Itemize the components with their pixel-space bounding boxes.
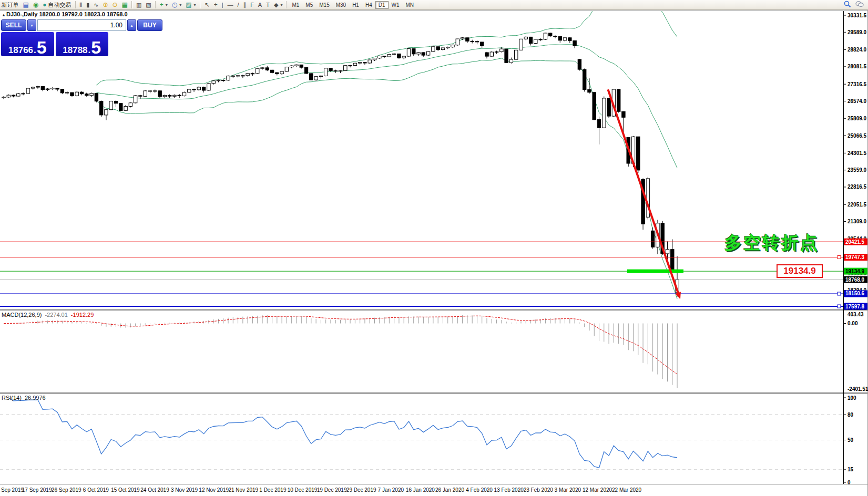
shapes-icon: ◆ <box>274 2 278 8</box>
candle <box>544 33 547 39</box>
crosshair-tool-button[interactable]: + <box>212 1 220 9</box>
timeframe-button-h4[interactable]: H4 <box>362 1 375 9</box>
candle <box>568 38 571 41</box>
sell-price-display[interactable]: 18766.5 <box>1 32 54 56</box>
zoom-in-button[interactable]: ⊕ <box>100 1 110 9</box>
candle <box>549 33 552 36</box>
autotrading-icon: ● <box>43 2 46 8</box>
tile-windows-button[interactable]: ▦ <box>120 1 130 9</box>
price-level-label[interactable]: 19134.9 <box>777 264 823 278</box>
candle <box>36 86 39 87</box>
volume-decrease-button[interactable]: ▾ <box>27 19 36 31</box>
candle <box>456 39 459 45</box>
volume-input[interactable] <box>37 19 126 31</box>
search-icon[interactable] <box>844 1 851 9</box>
charts-window-button[interactable]: ▤ <box>21 1 30 9</box>
candle <box>583 69 586 89</box>
candle <box>124 106 127 110</box>
cursor-tool-button[interactable]: ↖ <box>202 1 212 9</box>
candle <box>197 87 200 90</box>
candle <box>66 92 69 93</box>
timeframe-button-m5[interactable]: M5 <box>302 1 316 9</box>
timeframe-button-m15[interactable]: M15 <box>316 1 332 9</box>
candle <box>495 52 498 53</box>
chart-symbol-ohlc: ▴DJ30-,Daily 18200.0 19792.0 18023.0 187… <box>3 11 128 17</box>
candle <box>573 40 576 46</box>
candle <box>334 70 337 71</box>
sell-button[interactable]: SELL <box>1 19 26 31</box>
candle <box>168 95 171 96</box>
zoom-out-icon: ⊖ <box>113 2 118 8</box>
periods-button[interactable]: ◷▾ <box>170 1 184 9</box>
indicators-button[interactable]: +▾ <box>158 1 170 9</box>
candle <box>158 91 161 97</box>
candle <box>666 250 669 254</box>
candle <box>378 56 381 58</box>
candle <box>339 70 342 71</box>
candle <box>109 101 113 110</box>
channel-tool-button[interactable]: ∥ <box>241 1 249 9</box>
candle <box>60 89 64 93</box>
timeframe-button-m1[interactable]: M1 <box>289 1 302 9</box>
candle <box>534 39 537 44</box>
svg-text:20421.5: 20421.5 <box>845 239 865 245</box>
candle <box>412 49 415 54</box>
bar-chart-button[interactable]: ⫴ <box>78 1 85 9</box>
candle <box>70 92 74 96</box>
buy-button[interactable]: BUY <box>137 19 162 31</box>
candle <box>363 63 366 63</box>
subwindow-marker-icon: ▴ <box>3 13 5 17</box>
cascade-windows-icon: ▧ <box>146 2 151 8</box>
timeframe-button-m30[interactable]: M30 <box>333 1 349 9</box>
candle <box>105 110 108 115</box>
timeframe-button-h1[interactable]: H1 <box>349 1 362 9</box>
candle <box>310 74 313 80</box>
candle <box>578 59 581 69</box>
mt4-window: ◆ 新订单 ▤ ◉ ● 自动交易 ⫴ ▮ ∿ ⊕ ⊖ ▦ ▥ ▧ +▾ ◷▾ ▨… <box>0 0 868 496</box>
text-label-tool-button[interactable]: T <box>264 1 272 9</box>
candle <box>275 73 279 74</box>
zoom-in-icon: ⊕ <box>103 2 108 8</box>
toolbar-separator <box>200 1 201 8</box>
cascade-windows-button[interactable]: ▧ <box>144 1 153 9</box>
timeframe-button-w1[interactable]: W1 <box>389 1 403 9</box>
candle <box>270 70 273 73</box>
fibonacci-tool-button[interactable]: F <box>248 1 256 9</box>
autotrading-button[interactable]: ● 自动交易 <box>40 1 73 9</box>
candle <box>173 95 176 96</box>
candle <box>231 76 234 76</box>
candle <box>144 91 147 96</box>
candle <box>441 48 444 50</box>
candle <box>256 68 259 74</box>
horizontal-line-tool-button[interactable]: — <box>226 1 236 9</box>
candle <box>426 51 430 55</box>
volume-increase-button[interactable]: ▴ <box>127 19 136 31</box>
zoom-out-button[interactable]: ⊖ <box>110 1 120 9</box>
toolbar-separator <box>131 1 132 8</box>
candle <box>207 84 210 90</box>
channel-icon: ∥ <box>243 2 247 8</box>
line-chart-button[interactable]: ∿ <box>91 1 100 9</box>
candle <box>622 111 625 117</box>
templates-button[interactable]: ▨▾ <box>183 1 198 9</box>
candle <box>26 88 29 94</box>
candle <box>290 66 293 67</box>
candle <box>422 53 425 55</box>
candle <box>227 76 230 80</box>
candle <box>353 63 356 65</box>
chat-icon[interactable] <box>855 1 864 9</box>
timeframe-button-d1[interactable]: D1 <box>375 1 389 9</box>
candle <box>671 250 674 271</box>
arrange-windows-button[interactable]: ▥ <box>134 1 144 9</box>
broadcast-button[interactable]: ◉ <box>31 1 40 9</box>
text-tool-button[interactable]: A <box>256 1 264 9</box>
new-order-button[interactable]: ◆ 新订单 <box>0 1 21 9</box>
candle-chart-button[interactable]: ▮ <box>84 1 91 9</box>
buy-price-display[interactable]: 18788.5 <box>56 32 109 56</box>
timeframe-button-mn[interactable]: MN <box>403 1 417 9</box>
timeframe-toolbar: M1M5M15M30H1H4D1W1MN <box>289 1 417 9</box>
turning-point-annotation[interactable]: 多空转折点 <box>724 231 819 255</box>
vertical-line-tool-button[interactable]: | <box>220 1 226 9</box>
trendline-tool-button[interactable]: / <box>236 1 241 9</box>
shapes-tool-button[interactable]: ◆▾ <box>272 1 284 9</box>
